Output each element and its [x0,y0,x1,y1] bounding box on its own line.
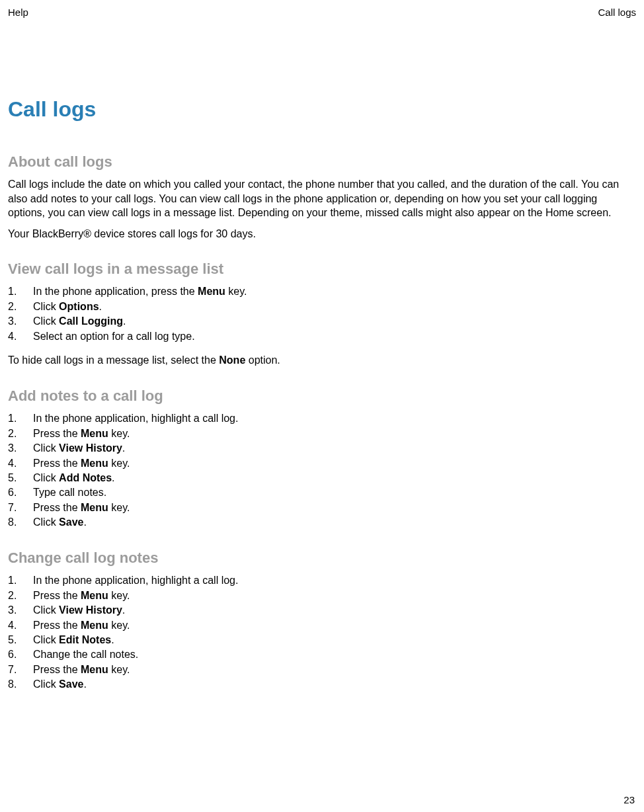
section-about: About call logs Call logs include the da… [8,153,636,241]
page-header: Help Call logs [8,7,636,18]
list-item: Press the Menu key. [8,426,636,441]
about-heading: About call logs [8,153,636,171]
about-paragraph-1: Call logs include the date on which you … [8,177,636,220]
page-number: 23 [624,794,635,805]
list-item: In the phone application, highlight a ca… [8,573,636,588]
list-item: Click Save. [8,515,636,530]
view-heading: View call logs in a message list [8,261,636,278]
section-add: Add notes to a call log In the phone app… [8,387,636,530]
add-steps: In the phone application, highlight a ca… [8,411,636,530]
list-item: Select an option for a call log type. [8,329,636,344]
page-title: Call logs [8,97,636,122]
view-note: To hide call logs in a message list, sel… [8,353,636,368]
list-item: Press the Menu key. [8,663,636,677]
section-change: Change call log notes In the phone appli… [8,549,636,692]
about-paragraph-2: Your BlackBerry® device stores call logs… [8,227,636,241]
list-item: Type call notes. [8,485,636,500]
header-right: Call logs [598,7,636,18]
list-item: Click Save. [8,677,636,692]
add-heading: Add notes to a call log [8,387,636,405]
list-item: In the phone application, press the Menu… [8,284,636,299]
list-item: Press the Menu key. [8,618,636,633]
list-item: Click Options. [8,300,636,314]
section-view: View call logs in a message list In the … [8,261,636,368]
list-item: Click Edit Notes. [8,633,636,647]
list-item: Press the Menu key. [8,589,636,603]
header-left: Help [8,7,28,18]
list-item: Click View History. [8,441,636,456]
change-heading: Change call log notes [8,549,636,567]
list-item: Press the Menu key. [8,456,636,471]
list-item: Click Add Notes. [8,471,636,485]
list-item: In the phone application, highlight a ca… [8,411,636,426]
list-item: Click Call Logging. [8,314,636,329]
change-steps: In the phone application, highlight a ca… [8,573,636,692]
list-item: Click View History. [8,603,636,618]
list-item: Press the Menu key. [8,501,636,515]
view-steps: In the phone application, press the Menu… [8,284,636,344]
list-item: Change the call notes. [8,647,636,662]
